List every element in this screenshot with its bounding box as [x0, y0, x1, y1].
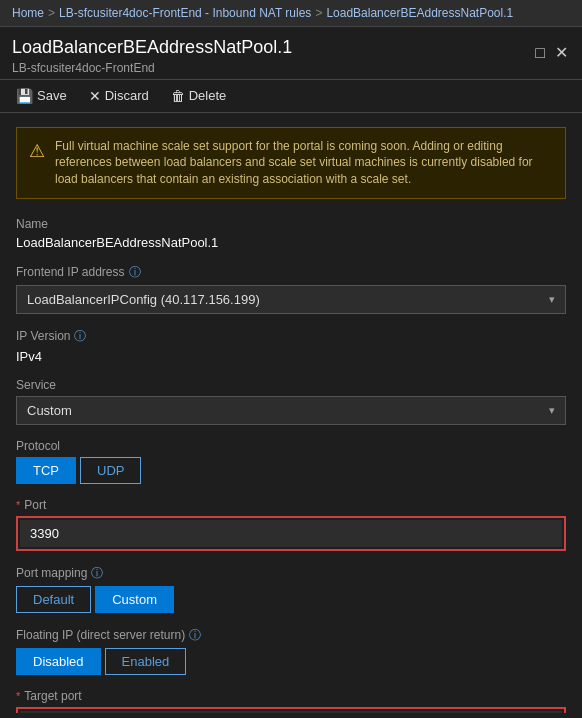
- breadcrumb-nat-rules[interactable]: LB-sfcusiter4doc-FrontEnd - Inbound NAT …: [59, 6, 311, 20]
- name-field-group: Name LoadBalancerBEAddressNatPool.1: [16, 217, 566, 250]
- port-input[interactable]: [20, 520, 562, 547]
- protocol-label: Protocol: [16, 439, 566, 453]
- toolbar: 💾 Save ✕ Discard 🗑 Delete: [0, 80, 582, 113]
- delete-button[interactable]: 🗑 Delete: [167, 86, 231, 106]
- save-icon: 💾: [16, 88, 33, 104]
- target-port-input-wrapper: [16, 707, 566, 713]
- target-port-label: * Target port: [16, 689, 566, 703]
- port-mapping-default-button[interactable]: Default: [16, 586, 91, 613]
- floating-ip-field-group: Floating IP (direct server return) ⓘ Dis…: [16, 627, 566, 675]
- floating-ip-btn-group: Disabled Enabled: [16, 648, 566, 675]
- warning-icon: ⚠: [29, 139, 45, 188]
- minimize-button[interactable]: □: [533, 41, 547, 64]
- target-port-required-indicator: *: [16, 690, 20, 702]
- target-port-field-group: * Target port: [16, 689, 566, 713]
- chevron-down-icon: ▾: [549, 293, 555, 306]
- floating-ip-label: Floating IP (direct server return) ⓘ: [16, 627, 566, 644]
- port-mapping-custom-button[interactable]: Custom: [95, 586, 174, 613]
- protocol-tcp-button[interactable]: TCP: [16, 457, 76, 484]
- header-left: LoadBalancerBEAddressNatPool.1 LB-sfcusi…: [12, 37, 292, 75]
- protocol-udp-button[interactable]: UDP: [80, 457, 141, 484]
- scroll-area[interactable]: ⚠ Full virtual machine scale set support…: [0, 113, 582, 713]
- ip-version-info-icon[interactable]: ⓘ: [74, 328, 86, 345]
- frontend-ip-info-icon[interactable]: ⓘ: [129, 264, 141, 281]
- frontend-ip-dropdown[interactable]: LoadBalancerIPConfig (40.117.156.199) ▾: [16, 285, 566, 314]
- port-mapping-field-group: Port mapping ⓘ Default Custom: [16, 565, 566, 613]
- warning-text: Full virtual machine scale set support f…: [55, 138, 553, 188]
- breadcrumb-home[interactable]: Home: [12, 6, 44, 20]
- warning-box: ⚠ Full virtual machine scale set support…: [16, 127, 566, 199]
- delete-icon: 🗑: [171, 88, 185, 104]
- frontend-ip-value: LoadBalancerIPConfig (40.117.156.199): [27, 292, 260, 307]
- page-header: LoadBalancerBEAddressNatPool.1 LB-sfcusi…: [0, 27, 582, 80]
- name-value: LoadBalancerBEAddressNatPool.1: [16, 235, 566, 250]
- discard-icon: ✕: [89, 88, 101, 104]
- port-label: * Port: [16, 498, 566, 512]
- port-mapping-label: Port mapping ⓘ: [16, 565, 566, 582]
- floating-ip-disabled-button[interactable]: Disabled: [16, 648, 101, 675]
- port-mapping-info-icon[interactable]: ⓘ: [91, 565, 103, 582]
- save-label: Save: [37, 88, 67, 103]
- page-title: LoadBalancerBEAddressNatPool.1: [12, 37, 292, 59]
- floating-ip-enabled-button[interactable]: Enabled: [105, 648, 187, 675]
- service-label: Service: [16, 378, 566, 392]
- service-field-group: Service Custom ▾: [16, 378, 566, 425]
- protocol-field-group: Protocol TCP UDP: [16, 439, 566, 484]
- discard-button[interactable]: ✕ Discard: [85, 86, 153, 106]
- delete-label: Delete: [189, 88, 227, 103]
- service-dropdown[interactable]: Custom ▾: [16, 396, 566, 425]
- service-value: Custom: [27, 403, 72, 418]
- breadcrumb-current: LoadBalancerBEAddressNatPool.1: [326, 6, 513, 20]
- target-port-input[interactable]: [20, 711, 562, 713]
- breadcrumb: Home > LB-sfcusiter4doc-FrontEnd - Inbou…: [0, 0, 582, 27]
- breadcrumb-sep-1: >: [48, 6, 55, 20]
- service-chevron-icon: ▾: [549, 404, 555, 417]
- ip-version-field-group: IP Version ⓘ IPv4: [16, 328, 566, 364]
- port-required-indicator: *: [16, 499, 20, 511]
- breadcrumb-sep-2: >: [315, 6, 322, 20]
- protocol-btn-group: TCP UDP: [16, 457, 566, 484]
- discard-label: Discard: [105, 88, 149, 103]
- port-field-group: * Port: [16, 498, 566, 551]
- page-subtitle: LB-sfcusiter4doc-FrontEnd: [12, 61, 292, 75]
- close-button[interactable]: ✕: [553, 41, 570, 64]
- ip-version-value: IPv4: [16, 349, 566, 364]
- port-input-wrapper: [16, 516, 566, 551]
- form-content: ⚠ Full virtual machine scale set support…: [0, 113, 582, 713]
- floating-ip-info-icon[interactable]: ⓘ: [189, 627, 201, 644]
- ip-version-label: IP Version ⓘ: [16, 328, 566, 345]
- frontend-ip-field-group: Frontend IP address ⓘ LoadBalancerIPConf…: [16, 264, 566, 314]
- frontend-ip-label: Frontend IP address ⓘ: [16, 264, 566, 281]
- port-mapping-btn-group: Default Custom: [16, 586, 566, 613]
- header-icons: □ ✕: [533, 41, 570, 64]
- name-label: Name: [16, 217, 566, 231]
- save-button[interactable]: 💾 Save: [12, 86, 71, 106]
